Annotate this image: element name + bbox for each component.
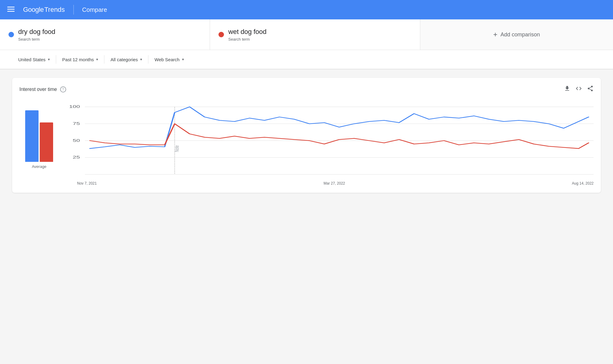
line-chart-wrapper: 100 75 50 25 Note <box>59 101 594 185</box>
search-type-filter-label: Web Search <box>154 57 179 62</box>
app-header: Google Trends Compare <box>0 0 613 19</box>
svg-text:100: 100 <box>69 105 80 109</box>
line-chart-svg: 100 75 50 25 Note <box>65 101 594 180</box>
chart-title: Interest over time <box>19 87 57 92</box>
location-filter[interactable]: United States ▾ <box>12 54 56 65</box>
plus-icon: + <box>493 30 497 39</box>
avg-bar-blue <box>25 110 39 162</box>
category-filter[interactable]: All categories ▾ <box>104 54 148 65</box>
svg-text:50: 50 <box>73 139 80 143</box>
trends-wordmark: Trends <box>44 6 65 14</box>
term2-color-dot <box>218 32 224 37</box>
chart-actions <box>564 85 594 93</box>
download-button[interactable] <box>564 85 571 93</box>
svg-rect-0 <box>7 7 15 8</box>
chart-container: Average 100 75 50 25 <box>19 98 594 185</box>
x-label-aug: Aug 14, 2022 <box>572 181 594 185</box>
term2-text: wet dog food Search term <box>228 28 266 42</box>
header-divider <box>73 5 74 15</box>
svg-rect-1 <box>7 9 15 10</box>
time-filter[interactable]: Past 12 months ▾ <box>56 54 104 65</box>
filter-bar: United States ▾ Past 12 months ▾ All cat… <box>0 50 613 69</box>
page-title: Compare <box>82 6 107 13</box>
svg-text:Note: Note <box>174 145 180 152</box>
main-content: Interest over time ? <box>0 69 613 199</box>
avg-bar-red <box>40 122 53 162</box>
term1-color-dot <box>8 32 14 37</box>
google-wordmark: Google <box>23 6 44 14</box>
avg-bars-inner <box>25 101 53 162</box>
chart-header: Interest over time ? <box>19 85 594 93</box>
category-filter-label: All categories <box>110 57 138 62</box>
google-trends-logo: Google Trends <box>23 6 65 14</box>
chart-title-area: Interest over time ? <box>19 86 66 92</box>
location-chevron-icon: ▾ <box>48 57 50 62</box>
average-bars: Average <box>19 101 59 169</box>
location-filter-label: United States <box>18 57 46 62</box>
interest-over-time-card: Interest over time ? <box>12 78 601 193</box>
term2-type: Search term <box>228 37 266 42</box>
term1-type: Search term <box>18 37 55 42</box>
search-type-chevron-icon: ▾ <box>182 57 184 62</box>
menu-icon[interactable] <box>5 3 17 17</box>
search-type-filter[interactable]: Web Search ▾ <box>148 54 190 65</box>
time-filter-label: Past 12 months <box>62 57 94 62</box>
x-label-nov: Nov 7, 2021 <box>77 181 97 185</box>
category-chevron-icon: ▾ <box>140 57 142 62</box>
search-term-item-1[interactable]: dry dog food Search term <box>0 19 210 50</box>
blue-line <box>90 107 588 149</box>
term1-text: dry dog food Search term <box>18 28 55 42</box>
x-label-mar: Mar 27, 2022 <box>323 181 345 185</box>
term2-name: wet dog food <box>228 28 266 36</box>
term1-name: dry dog food <box>18 28 55 36</box>
help-icon-label: ? <box>62 87 64 92</box>
avg-label: Average <box>32 164 46 169</box>
add-comparison-label: Add comparison <box>500 32 540 38</box>
add-comparison-button[interactable]: + Add comparison <box>420 19 613 50</box>
embed-button[interactable] <box>575 85 582 93</box>
x-axis-labels: Nov 7, 2021 Mar 27, 2022 Aug 14, 2022 <box>65 180 594 185</box>
time-chevron-icon: ▾ <box>96 57 98 62</box>
search-terms-bar: dry dog food Search term wet dog food Se… <box>0 19 613 50</box>
svg-text:75: 75 <box>73 122 80 126</box>
svg-rect-2 <box>7 11 15 12</box>
share-button[interactable] <box>587 85 594 93</box>
svg-text:25: 25 <box>73 155 80 159</box>
search-term-item-2[interactable]: wet dog food Search term <box>210 19 420 50</box>
help-icon[interactable]: ? <box>60 86 66 92</box>
